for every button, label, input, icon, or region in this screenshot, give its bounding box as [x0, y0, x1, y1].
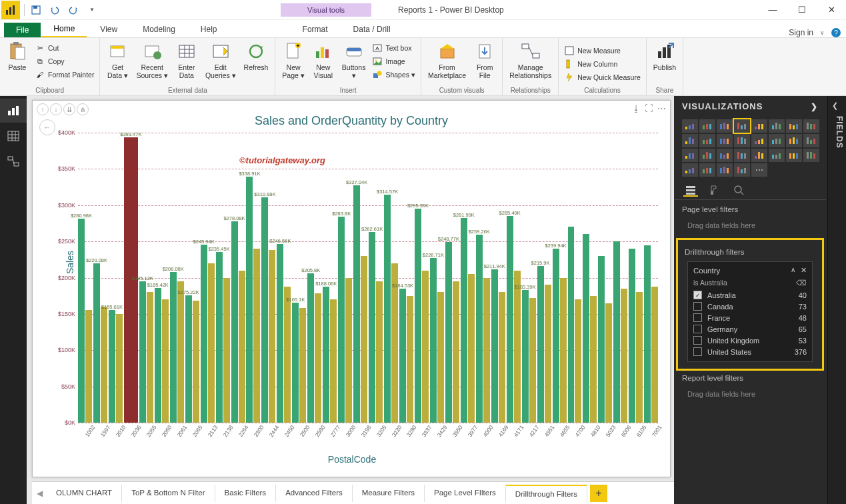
- manage-relationships-button[interactable]: Manage Relationships: [507, 39, 554, 81]
- page-tab-3[interactable]: Advanced Filters: [276, 485, 353, 502]
- report-view-icon[interactable]: [0, 99, 27, 123]
- help-icon[interactable]: ?: [831, 28, 841, 37]
- new-column-button[interactable]: New Column: [563, 58, 642, 70]
- tab-home[interactable]: Home: [41, 21, 87, 37]
- bar-group[interactable]: $165.1K2500: [292, 303, 306, 423]
- fields-tab-icon[interactable]: [683, 185, 698, 197]
- viz-type-27[interactable]: [734, 163, 750, 177]
- bar-group[interactable]: $205.8K2580: [307, 273, 321, 423]
- bar-group[interactable]: $155.01K2010: [109, 310, 123, 423]
- bar-group[interactable]: $283.8K3000: [338, 217, 352, 423]
- tab-help[interactable]: Help: [188, 21, 230, 37]
- bar-group[interactable]: $211.94K4169: [491, 269, 505, 423]
- viz-type-12[interactable]: [751, 134, 767, 147]
- viz-type-18[interactable]: [717, 149, 733, 162]
- tab-modeling[interactable]: Modeling: [130, 21, 188, 37]
- eraser-icon[interactable]: ⌫: [796, 279, 807, 287]
- new-quick-measure-button[interactable]: New Quick Measure: [563, 71, 642, 83]
- remove-filter-icon[interactable]: ✕: [801, 266, 807, 275]
- new-measure-button[interactable]: New Measure: [563, 45, 642, 57]
- viz-type-11[interactable]: [734, 134, 750, 147]
- viz-type-16[interactable]: [682, 149, 698, 162]
- from-file-button[interactable]: From File: [471, 39, 498, 81]
- viz-type-21[interactable]: [769, 149, 785, 162]
- bar-group[interactable]: $327.04K3198: [353, 185, 367, 423]
- viz-type-23[interactable]: [803, 149, 819, 162]
- back-icon[interactable]: ←: [39, 119, 55, 135]
- focus-icon[interactable]: ⛶: [645, 103, 653, 113]
- publish-button[interactable]: Publish: [651, 39, 679, 73]
- filter-item-australia[interactable]: ✓Australia40: [693, 289, 807, 301]
- new-page-button[interactable]: ✦New Page ▾: [279, 39, 307, 81]
- viz-type-8[interactable]: [682, 134, 698, 147]
- more-icon[interactable]: ⋯: [657, 103, 666, 113]
- text-box-button[interactable]: AText box: [371, 42, 417, 54]
- from-marketplace-button[interactable]: From Marketplace: [425, 39, 469, 81]
- tab-file[interactable]: File: [4, 23, 41, 37]
- viz-type-20[interactable]: [751, 149, 767, 162]
- bar-group[interactable]: $246.56K2450: [277, 244, 291, 423]
- edit-queries-button[interactable]: Edit Queries ▾: [203, 39, 239, 81]
- filter-item-germany[interactable]: Germany65: [693, 323, 807, 335]
- bar-group[interactable]: $285.49K4171: [507, 216, 521, 423]
- format-tab-icon[interactable]: [707, 185, 722, 197]
- enter-data-button[interactable]: Enter Data: [173, 39, 200, 81]
- recent-sources-button[interactable]: Recent Sources ▾: [133, 39, 170, 81]
- viz-type-1[interactable]: [699, 119, 715, 133]
- viz-type-13[interactable]: [769, 134, 785, 147]
- bar-group[interactable]: 4700: [568, 227, 582, 423]
- bar-group[interactable]: $220.08K1597: [93, 263, 107, 423]
- checkbox-icon[interactable]: [693, 336, 702, 345]
- bar-group[interactable]: $188.06K2777: [323, 287, 337, 423]
- page-tab-1[interactable]: ToP & Bottom N Filter: [122, 485, 215, 502]
- filter-item-united-kingdom[interactable]: United Kingdom53: [693, 335, 807, 346]
- format-painter-button[interactable]: 🖌Format Painter: [33, 69, 95, 81]
- close-button[interactable]: ✕: [817, 0, 846, 20]
- get-data-button[interactable]: Get Data ▾: [104, 39, 131, 81]
- bar-group[interactable]: $314.57K3220: [384, 195, 398, 423]
- drag-hint-2[interactable]: Drag data fields here: [682, 385, 818, 403]
- signin-chevron-icon[interactable]: ∨: [820, 29, 825, 36]
- bar-group[interactable]: $262.61K3205: [369, 232, 383, 423]
- qat-dropdown-icon[interactable]: ▼: [83, 1, 101, 19]
- viz-type-3[interactable]: [734, 119, 750, 133]
- viz-type-0[interactable]: [682, 119, 698, 133]
- export-icon[interactable]: ⭳: [632, 103, 641, 113]
- page-tab-2[interactable]: Basic Filters: [215, 485, 277, 502]
- add-page-button[interactable]: +: [590, 485, 607, 502]
- filter-item-france[interactable]: France48: [693, 312, 807, 323]
- viz-more-icon[interactable]: ⋯: [751, 163, 767, 177]
- bar-group[interactable]: $215.9K4551: [537, 266, 551, 423]
- model-view-icon[interactable]: [0, 149, 27, 173]
- viz-type-25[interactable]: [699, 163, 715, 177]
- bar-group[interactable]: 5023: [598, 256, 612, 423]
- copy-button[interactable]: ⧉Copy: [33, 55, 95, 67]
- page-tab-4[interactable]: Measure Filters: [353, 485, 425, 502]
- bar-group[interactable]: $281.99K3977: [461, 218, 475, 423]
- viz-type-14[interactable]: [786, 134, 802, 147]
- save-icon[interactable]: [27, 1, 45, 19]
- viz-type-9[interactable]: [699, 134, 715, 147]
- checkbox-icon[interactable]: [693, 325, 702, 333]
- tab-format[interactable]: Format: [290, 21, 341, 37]
- bar-group[interactable]: $245.94K2113: [201, 245, 215, 423]
- chevron-right-icon[interactable]: ❯: [811, 102, 818, 111]
- bar-group[interactable]: $235.45K2138: [216, 252, 230, 423]
- bar-group[interactable]: $295.35K3337: [415, 209, 429, 423]
- analytics-tab-icon[interactable]: [731, 185, 746, 197]
- tab-view[interactable]: View: [87, 21, 130, 37]
- viz-type-7[interactable]: [803, 119, 819, 133]
- bar-group[interactable]: $338.91K2300: [246, 177, 260, 423]
- fields-pane-collapsed[interactable]: ❮ FIELDS: [827, 96, 846, 504]
- bar-group[interactable]: $185.42K2060: [155, 288, 169, 423]
- viz-type-4[interactable]: [751, 119, 767, 133]
- checkbox-icon[interactable]: [693, 313, 702, 322]
- viz-type-15[interactable]: [803, 134, 819, 147]
- bar-group[interactable]: $278.08K2264: [231, 221, 245, 423]
- bar-group[interactable]: $195.12K2055: [139, 281, 153, 423]
- sign-in-link[interactable]: Sign in: [789, 28, 813, 37]
- checkbox-icon[interactable]: [693, 302, 702, 311]
- tab-datadrill[interactable]: Data / Drill: [341, 21, 403, 37]
- bar-group[interactable]: $183.39K4217: [522, 290, 536, 423]
- redo-icon[interactable]: [65, 1, 82, 19]
